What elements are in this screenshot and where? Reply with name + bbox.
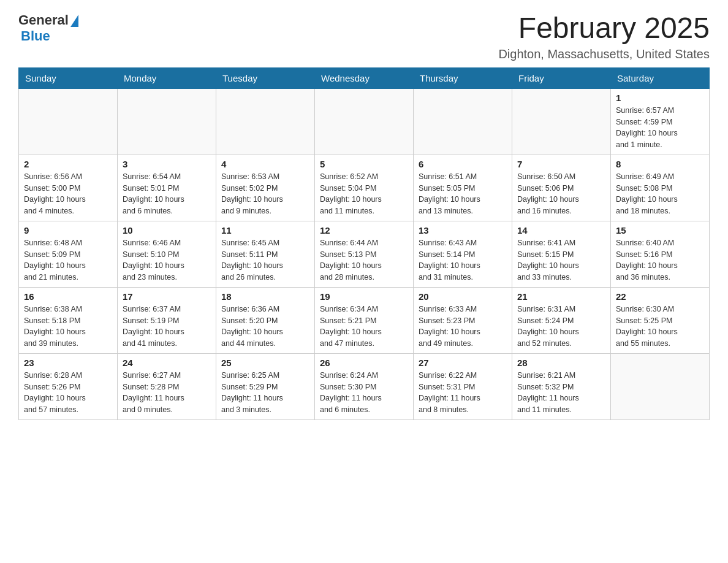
calendar-cell: 20Sunrise: 6:33 AM Sunset: 5:23 PM Dayli… — [414, 287, 512, 353]
day-info: Sunrise: 6:21 AM Sunset: 5:32 PM Dayligh… — [517, 370, 605, 416]
logo: General Blue — [18, 12, 78, 44]
day-info: Sunrise: 6:57 AM Sunset: 4:59 PM Dayligh… — [616, 105, 704, 151]
calendar-cell: 13Sunrise: 6:43 AM Sunset: 5:14 PM Dayli… — [414, 221, 512, 287]
weekday-header-saturday: Saturday — [611, 67, 710, 88]
calendar-cell: 5Sunrise: 6:52 AM Sunset: 5:04 PM Daylig… — [315, 155, 414, 221]
day-number: 15 — [616, 225, 704, 236]
day-number: 25 — [221, 358, 309, 368]
calendar-cell — [611, 353, 710, 419]
calendar-cell: 24Sunrise: 6:27 AM Sunset: 5:28 PM Dayli… — [118, 353, 216, 419]
day-number: 24 — [123, 358, 211, 368]
day-number: 8 — [616, 159, 704, 169]
day-info: Sunrise: 6:24 AM Sunset: 5:30 PM Dayligh… — [320, 370, 408, 416]
day-info: Sunrise: 6:56 AM Sunset: 5:00 PM Dayligh… — [24, 171, 112, 217]
day-info: Sunrise: 6:38 AM Sunset: 5:18 PM Dayligh… — [24, 304, 112, 350]
calendar-cell: 8Sunrise: 6:49 AM Sunset: 5:08 PM Daylig… — [611, 155, 710, 221]
day-info: Sunrise: 6:25 AM Sunset: 5:29 PM Dayligh… — [221, 370, 309, 416]
day-info: Sunrise: 6:44 AM Sunset: 5:13 PM Dayligh… — [320, 237, 408, 283]
day-info: Sunrise: 6:43 AM Sunset: 5:14 PM Dayligh… — [419, 237, 507, 283]
calendar-cell: 28Sunrise: 6:21 AM Sunset: 5:32 PM Dayli… — [512, 353, 611, 419]
day-number: 17 — [123, 291, 211, 302]
weekday-header-sunday: Sunday — [19, 67, 118, 88]
day-number: 13 — [419, 225, 507, 236]
day-info: Sunrise: 6:28 AM Sunset: 5:26 PM Dayligh… — [24, 370, 112, 416]
calendar-cell — [414, 88, 512, 155]
calendar-cell: 4Sunrise: 6:53 AM Sunset: 5:02 PM Daylig… — [216, 155, 315, 221]
day-info: Sunrise: 6:31 AM Sunset: 5:24 PM Dayligh… — [517, 304, 605, 350]
calendar-week-row: 23Sunrise: 6:28 AM Sunset: 5:26 PM Dayli… — [19, 353, 710, 419]
logo-triangle-icon — [70, 15, 78, 27]
day-number: 26 — [320, 358, 408, 368]
calendar-cell: 26Sunrise: 6:24 AM Sunset: 5:30 PM Dayli… — [315, 353, 414, 419]
calendar-cell: 25Sunrise: 6:25 AM Sunset: 5:29 PM Dayli… — [216, 353, 315, 419]
logo-general: General — [18, 12, 69, 28]
calendar-cell: 23Sunrise: 6:28 AM Sunset: 5:26 PM Dayli… — [19, 353, 118, 419]
calendar-cell — [216, 88, 315, 155]
calendar-cell: 21Sunrise: 6:31 AM Sunset: 5:24 PM Dayli… — [512, 287, 611, 353]
calendar-week-row: 16Sunrise: 6:38 AM Sunset: 5:18 PM Dayli… — [19, 287, 710, 353]
calendar-cell — [19, 88, 118, 155]
weekday-header-friday: Friday — [512, 67, 611, 88]
day-info: Sunrise: 6:36 AM Sunset: 5:20 PM Dayligh… — [221, 304, 309, 350]
day-number: 11 — [221, 225, 309, 236]
day-number: 14 — [517, 225, 605, 236]
title-block: February 2025 Dighton, Massachusetts, Un… — [498, 12, 710, 61]
calendar-cell: 3Sunrise: 6:54 AM Sunset: 5:01 PM Daylig… — [118, 155, 216, 221]
calendar-cell: 15Sunrise: 6:40 AM Sunset: 5:16 PM Dayli… — [611, 221, 710, 287]
day-number: 4 — [221, 159, 309, 169]
weekday-header-row: SundayMondayTuesdayWednesdayThursdayFrid… — [19, 67, 710, 88]
day-info: Sunrise: 6:46 AM Sunset: 5:10 PM Dayligh… — [123, 237, 211, 283]
day-number: 2 — [24, 159, 112, 169]
day-number: 19 — [320, 291, 408, 302]
calendar-cell — [512, 88, 611, 155]
day-info: Sunrise: 6:37 AM Sunset: 5:19 PM Dayligh… — [123, 304, 211, 350]
day-info: Sunrise: 6:51 AM Sunset: 5:05 PM Dayligh… — [419, 171, 507, 217]
calendar-cell: 1Sunrise: 6:57 AM Sunset: 4:59 PM Daylig… — [611, 88, 710, 155]
calendar-cell: 22Sunrise: 6:30 AM Sunset: 5:25 PM Dayli… — [611, 287, 710, 353]
day-info: Sunrise: 6:22 AM Sunset: 5:31 PM Dayligh… — [419, 370, 507, 416]
calendar-cell: 19Sunrise: 6:34 AM Sunset: 5:21 PM Dayli… — [315, 287, 414, 353]
day-info: Sunrise: 6:33 AM Sunset: 5:23 PM Dayligh… — [419, 304, 507, 350]
day-info: Sunrise: 6:48 AM Sunset: 5:09 PM Dayligh… — [24, 237, 112, 283]
calendar-week-row: 2Sunrise: 6:56 AM Sunset: 5:00 PM Daylig… — [19, 155, 710, 221]
weekday-header-monday: Monday — [118, 67, 216, 88]
calendar-cell: 11Sunrise: 6:45 AM Sunset: 5:11 PM Dayli… — [216, 221, 315, 287]
calendar-cell: 2Sunrise: 6:56 AM Sunset: 5:00 PM Daylig… — [19, 155, 118, 221]
calendar-cell — [118, 88, 216, 155]
month-title: February 2025 — [498, 12, 710, 45]
day-info: Sunrise: 6:41 AM Sunset: 5:15 PM Dayligh… — [517, 237, 605, 283]
day-info: Sunrise: 6:34 AM Sunset: 5:21 PM Dayligh… — [320, 304, 408, 350]
day-number: 9 — [24, 225, 112, 236]
day-info: Sunrise: 6:54 AM Sunset: 5:01 PM Dayligh… — [123, 171, 211, 217]
day-number: 21 — [517, 291, 605, 302]
day-info: Sunrise: 6:30 AM Sunset: 5:25 PM Dayligh… — [616, 304, 704, 350]
calendar-cell: 6Sunrise: 6:51 AM Sunset: 5:05 PM Daylig… — [414, 155, 512, 221]
day-info: Sunrise: 6:45 AM Sunset: 5:11 PM Dayligh… — [221, 237, 309, 283]
day-number: 18 — [221, 291, 309, 302]
calendar-cell: 9Sunrise: 6:48 AM Sunset: 5:09 PM Daylig… — [19, 221, 118, 287]
day-info: Sunrise: 6:27 AM Sunset: 5:28 PM Dayligh… — [123, 370, 211, 416]
day-number: 16 — [24, 291, 112, 302]
day-number: 22 — [616, 291, 704, 302]
day-number: 27 — [419, 358, 507, 368]
day-number: 23 — [24, 358, 112, 368]
day-number: 28 — [517, 358, 605, 368]
day-info: Sunrise: 6:49 AM Sunset: 5:08 PM Dayligh… — [616, 171, 704, 217]
day-info: Sunrise: 6:50 AM Sunset: 5:06 PM Dayligh… — [517, 171, 605, 217]
calendar-cell: 12Sunrise: 6:44 AM Sunset: 5:13 PM Dayli… — [315, 221, 414, 287]
day-info: Sunrise: 6:40 AM Sunset: 5:16 PM Dayligh… — [616, 237, 704, 283]
calendar-cell: 7Sunrise: 6:50 AM Sunset: 5:06 PM Daylig… — [512, 155, 611, 221]
calendar-cell: 10Sunrise: 6:46 AM Sunset: 5:10 PM Dayli… — [118, 221, 216, 287]
page-header: General Blue February 2025 Dighton, Mass… — [18, 12, 710, 61]
calendar-table: SundayMondayTuesdayWednesdayThursdayFrid… — [18, 67, 710, 420]
calendar-week-row: 1Sunrise: 6:57 AM Sunset: 4:59 PM Daylig… — [19, 88, 710, 155]
location: Dighton, Massachusetts, United States — [498, 47, 710, 61]
calendar-cell: 27Sunrise: 6:22 AM Sunset: 5:31 PM Dayli… — [414, 353, 512, 419]
calendar-cell: 17Sunrise: 6:37 AM Sunset: 5:19 PM Dayli… — [118, 287, 216, 353]
day-info: Sunrise: 6:52 AM Sunset: 5:04 PM Dayligh… — [320, 171, 408, 217]
day-number: 7 — [517, 159, 605, 169]
day-number: 12 — [320, 225, 408, 236]
day-number: 1 — [616, 93, 704, 103]
day-number: 5 — [320, 159, 408, 169]
day-number: 20 — [419, 291, 507, 302]
